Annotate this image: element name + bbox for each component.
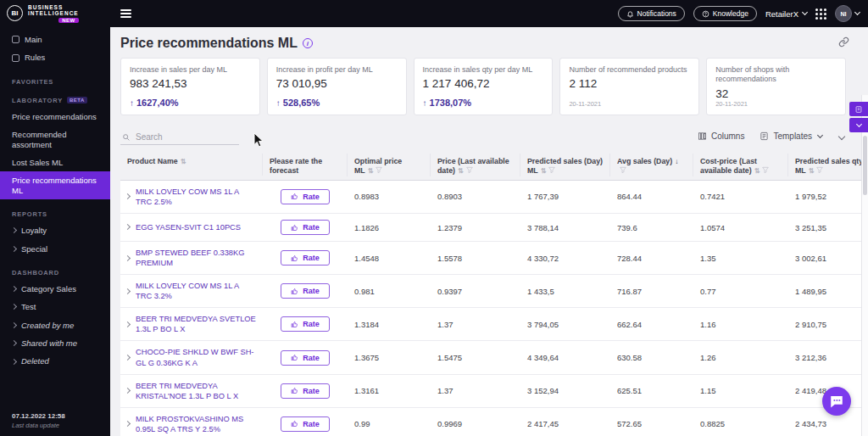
apps-grid-icon[interactable] [815,8,826,20]
cell-optimal: 1.4548 [348,248,431,269]
product-name[interactable]: EGG YASEN-SVIT C1 10PCS [136,222,241,232]
thumbs-up-icon [291,288,298,295]
sidebar-item-shared-with-me[interactable]: Shared with me [0,334,110,352]
sidebar-item-recommended-assortment[interactable]: Recommended assortment [0,126,110,154]
knowledge-button[interactable]: Knowledge [693,6,757,21]
sort-icon[interactable]: ⇅ [754,167,760,175]
cell-cost: 1.26 [693,347,788,368]
kpi-delta: ↑528,65% [276,98,398,108]
product-name[interactable]: CHOCO-PIE SHKLD W BWF SH-GL G 0.36KG K A [136,347,256,367]
kpi-value: 32 [715,87,837,100]
sidebar-item-test[interactable]: Test [0,298,110,316]
row-expand-chevron-icon[interactable] [125,355,131,361]
info-icon[interactable]: i [303,38,313,48]
product-name[interactable]: BMP STEWED BEEF 0.338KG PREMIUM [136,248,256,268]
sidebar-item-label: Lost Sales ML [12,158,63,167]
sort-icon[interactable]: ⇅ [181,158,186,165]
chevron-right-icon [11,322,17,328]
row-expand-chevron-icon[interactable] [125,321,131,327]
cell-pred-qty: 3 002,61 [788,248,868,269]
rate-button[interactable]: Rate [281,283,330,299]
sidebar-item-deleted[interactable]: Deleted [0,352,110,370]
kpi-delta-value: 1627,40% [136,98,179,108]
link-icon[interactable] [838,36,849,51]
toolbar-actions: Columns Templates [698,127,846,145]
sort-icon[interactable]: ⇅ [458,167,464,175]
cell-pred-qty: 1 489,95 [788,281,868,302]
column-header-optimal[interactable]: Optimal price ML⇅ [348,154,431,176]
sidebar-item-label: Main [25,35,42,44]
rate-cell: Rate [263,244,348,271]
rate-button[interactable]: Rate [281,189,330,204]
rate-button[interactable]: Rate [281,416,330,432]
cell-avg-sales: 864.44 [610,186,693,207]
filter-icon[interactable] [620,166,626,176]
column-header-rate[interactable]: Please rate the forecast [263,154,348,176]
sidebar-section-title: REPORTS [12,210,47,218]
sidebar-item-rules[interactable]: Rules [0,48,110,66]
panel-export-button[interactable] [849,102,868,116]
rate-button[interactable]: Rate [281,250,330,266]
vertical-scrollbar[interactable] [863,136,867,195]
filter-icon[interactable] [376,166,382,176]
sidebar-item-special[interactable]: Special [0,240,110,258]
sidebar-item-label: Shared with me [21,338,77,348]
sidebar-footer: 07.12.2022 12:58 Last data update [12,412,65,429]
sort-icon[interactable]: ⇅ [541,167,547,175]
avatar: NI [835,5,852,22]
sort-icon[interactable]: ⇅ [368,167,374,175]
sidebar-item-created-by-me[interactable]: Created by me [0,316,110,334]
rate-button[interactable]: Rate [281,350,330,366]
column-header-pred-sales[interactable]: Predicted sales (Day) ML⇅ [520,154,610,176]
cell-pred-sales: 4 349,64 [520,347,610,368]
up-arrow-icon: ↑ [130,98,134,108]
templates-button[interactable]: Templates [760,131,822,141]
sidebar-item-price-recommendations[interactable]: Price recommendations [0,108,110,126]
column-header-price[interactable]: Price (Last available date)⇅ [431,154,520,176]
sidebar-item-label: Price recommendations ML [12,176,98,195]
toolbar-collapse-chevron-icon[interactable] [837,127,846,145]
row-expand-chevron-icon[interactable] [125,193,131,199]
sidebar-item-loyalty[interactable]: Loyalty [0,221,110,239]
row-expand-chevron-icon[interactable] [125,224,131,230]
search-box[interactable] [120,130,239,145]
product-name-cell: MILK PROSTOKVASHINO MS 0.95L SQ A TRS Y … [120,408,263,436]
filter-icon[interactable] [816,166,823,176]
sidebar-item-category-sales[interactable]: Category Sales [0,280,110,298]
search-input[interactable] [136,132,237,142]
sidebar-item-main[interactable]: Main [0,31,110,48]
sidebar-item-price-recommendations-ml[interactable]: Price recommendations ML [0,171,110,199]
panel-collapse-button[interactable] [849,118,868,132]
product-name[interactable]: MILK LOVELY COW MS 1L A TRC 2.5% [136,187,256,207]
rate-button[interactable]: Rate [281,383,330,399]
rate-button[interactable]: Rate [281,316,330,332]
filter-icon[interactable] [762,166,769,176]
column-header-name[interactable]: Product Name⇅ [120,154,263,176]
product-name[interactable]: MILK PROSTOKVASHINO MS 0.95L SQ A TRS Y … [136,414,256,434]
row-expand-chevron-icon[interactable] [125,288,131,294]
filter-icon[interactable] [548,166,555,176]
sidebar-item-lost-sales-ml[interactable]: Lost Sales ML [0,154,110,171]
rate-button[interactable]: Rate [281,220,330,235]
notifications-button[interactable]: Notifications [618,6,685,21]
row-expand-chevron-icon[interactable] [125,255,131,261]
columns-button[interactable]: Columns [698,131,744,141]
filter-icon[interactable] [466,166,473,176]
row-expand-chevron-icon[interactable] [125,388,131,394]
product-name[interactable]: MILK LOVELY COW MS 1L A TRC 3.2% [136,281,256,301]
sort-icon[interactable]: ⇅ [809,167,815,175]
user-menu[interactable]: NI [835,5,860,22]
chat-button[interactable] [822,387,851,416]
question-circle-icon [702,10,709,18]
column-header-cost[interactable]: Cost-price (Last available date)⇅ [693,154,788,176]
column-header-avg-sales[interactable]: Avg sales (Day)↓ [610,154,693,176]
retailer-dropdown[interactable]: RetailerX [765,9,807,19]
thumbs-up-icon [291,420,298,428]
cell-optimal: 0.99 [348,413,431,434]
sort-desc-icon[interactable]: ↓ [675,158,678,165]
column-header-pred-qty[interactable]: Predicted sales qty ML⇅ [788,154,868,176]
product-name[interactable]: BEER TRI MEDVEDYA SVETLOE 1.3L P BO L X [136,314,256,334]
hamburger-menu-icon[interactable] [120,9,131,18]
row-expand-chevron-icon[interactable] [125,421,131,427]
product-name[interactable]: BEER TRI MEDVEDYA KRISTAL'NOE 1.3L P BO … [136,381,256,401]
